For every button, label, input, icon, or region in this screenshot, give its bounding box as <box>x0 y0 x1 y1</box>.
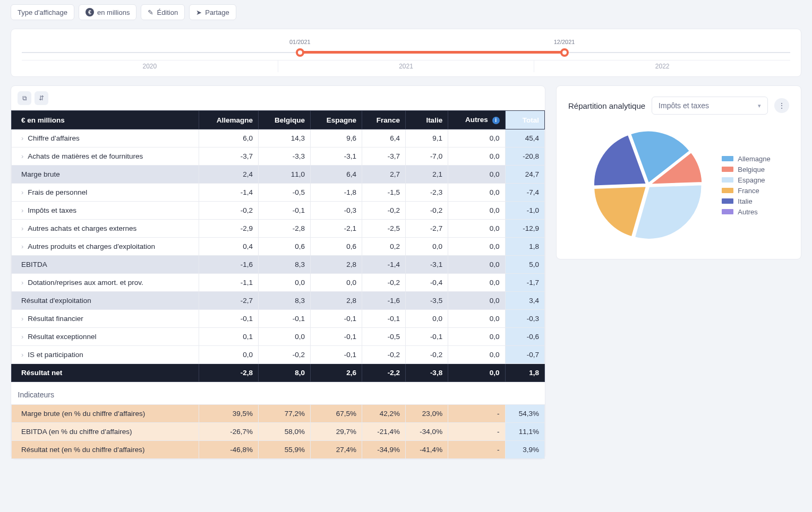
row-label[interactable]: IS et participation <box>12 346 199 364</box>
cell: 0,0 <box>448 256 505 274</box>
cell: -0,1 <box>259 310 311 328</box>
cell: 6,0 <box>199 129 258 147</box>
column-header[interactable]: Espagne <box>311 111 362 129</box>
cell: 55,9% <box>259 441 311 459</box>
column-header[interactable]: France <box>362 111 406 129</box>
cell: -0,1 <box>311 328 362 346</box>
table-row[interactable]: Impôts et taxes-0,2-0,1-0,3-0,2-0,20,0-1… <box>12 202 545 220</box>
cell: 2,1 <box>406 166 448 184</box>
cell: 0,0 <box>448 274 505 292</box>
sort-icon: ⇵ <box>39 94 44 102</box>
cell: 1,8 <box>505 238 544 256</box>
timeline-year[interactable]: 2021 <box>278 60 535 72</box>
table-row[interactable]: IS et participation0,0-0,2-0,1-0,2-0,20,… <box>12 346 545 364</box>
table-row[interactable]: Autres achats et charges externes-2,9-2,… <box>12 220 545 238</box>
table-row[interactable]: Achats de matières et de fournitures-3,7… <box>12 147 545 166</box>
table-row[interactable]: Résultat financier-0,1-0,1-0,1-0,10,00,0… <box>12 310 545 328</box>
cell: -1,1 <box>199 274 258 292</box>
cell: -0,1 <box>311 310 362 328</box>
cell: 1,8 <box>505 364 544 382</box>
copy-button[interactable]: ⧉ <box>18 91 31 105</box>
timeline-year[interactable]: 2020 <box>22 60 278 72</box>
chart-metric-select[interactable]: Impôts et taxes ▾ <box>652 97 768 115</box>
timeline-slider[interactable] <box>22 50 790 55</box>
cell: 0,0 <box>311 274 362 292</box>
sort-button[interactable]: ⇵ <box>35 91 48 105</box>
row-label[interactable]: Résultat exceptionnel <box>12 328 199 346</box>
legend-item[interactable]: Espagne <box>722 176 770 184</box>
cell: -0,2 <box>199 202 258 220</box>
legend-label: Allemagne <box>738 155 770 163</box>
table-row[interactable]: Frais de personnel-1,4-0,5-1,8-1,5-2,30,… <box>12 184 545 202</box>
cell: 0,1 <box>199 328 258 346</box>
legend-item[interactable]: Autres <box>722 208 770 216</box>
cell: 0,0 <box>448 220 505 238</box>
cell: -0,1 <box>362 310 406 328</box>
cell: 9,1 <box>406 129 448 147</box>
cell: 0,0 <box>199 346 258 364</box>
row-label[interactable]: Autres produits et charges d'exploitatio… <box>12 238 199 256</box>
cell: -0,1 <box>311 346 362 364</box>
row-label[interactable]: Frais de personnel <box>12 184 199 202</box>
timeline-end-label: 12/2021 <box>554 39 575 45</box>
cell: 0,0 <box>448 346 505 364</box>
legend-swatch <box>722 198 733 204</box>
column-header[interactable]: Italie <box>406 111 448 129</box>
cell: -1,0 <box>505 202 544 220</box>
cell: 6,4 <box>311 166 362 184</box>
edition-button[interactable]: ✎ Édition <box>141 4 185 20</box>
column-header[interactable]: Allemagne <box>199 111 258 129</box>
cell: -0,5 <box>259 184 311 202</box>
row-label[interactable]: Résultat financier <box>12 310 199 328</box>
table-row[interactable]: Dotation/reprises aux amort. et prov.-1,… <box>12 274 545 292</box>
display-type-button[interactable]: Type d'affichage <box>11 4 74 20</box>
column-header[interactable]: Belgique <box>259 111 311 129</box>
column-header[interactable]: Autres i <box>448 111 505 129</box>
cell: 39,5% <box>199 405 258 423</box>
row-label[interactable]: Chiffre d'affaires <box>12 129 199 147</box>
timeline-handle-start[interactable] <box>296 48 304 57</box>
table-row: Marge brute (en % du chiffre d'affaires)… <box>12 405 545 423</box>
share-button[interactable]: ➤ Partage <box>189 4 236 20</box>
legend-item[interactable]: Belgique <box>722 166 770 173</box>
chart-menu-button[interactable]: ⋮ <box>774 98 789 113</box>
row-label[interactable]: Achats de matières et de fournitures <box>12 147 199 166</box>
timeline-handle-end[interactable] <box>560 48 569 57</box>
cell: -0,7 <box>505 346 544 364</box>
legend-label: Italie <box>738 197 752 205</box>
cell: -0,4 <box>406 274 448 292</box>
cell: 9,6 <box>311 129 362 147</box>
cell: 0,0 <box>259 328 311 346</box>
legend-item[interactable]: France <box>722 187 770 195</box>
cell: -3,3 <box>259 147 311 166</box>
cell: - <box>448 405 505 423</box>
legend-item[interactable]: Italie <box>722 197 770 205</box>
cell: -0,2 <box>406 202 448 220</box>
cell: -3,7 <box>362 147 406 166</box>
legend-label: Espagne <box>738 176 765 184</box>
cell: -3,7 <box>199 147 258 166</box>
row-label[interactable]: Impôts et taxes <box>12 202 199 220</box>
cell: 0,0 <box>406 310 448 328</box>
cell: -1,8 <box>311 184 362 202</box>
cell: 27,4% <box>311 441 362 459</box>
cell: 54,3% <box>505 405 544 423</box>
unit-button[interactable]: € en millions <box>79 4 136 20</box>
timeline-year[interactable]: 2022 <box>534 60 790 72</box>
cell: 0,0 <box>448 328 505 346</box>
cell: 23,0% <box>406 405 448 423</box>
cell: -41,4% <box>406 441 448 459</box>
table-row[interactable]: Chiffre d'affaires6,014,39,66,49,10,045,… <box>12 129 545 147</box>
cell: -26,7% <box>199 423 258 441</box>
cell: -1,4 <box>362 256 406 274</box>
table-row: EBITDA (en % du chiffre d'affaires)-26,7… <box>12 423 545 441</box>
legend-item[interactable]: Allemagne <box>722 155 770 163</box>
column-header[interactable]: Total <box>505 111 544 129</box>
row-label[interactable]: Autres achats et charges externes <box>12 220 199 238</box>
info-icon[interactable]: i <box>492 117 500 124</box>
row-label[interactable]: Dotation/reprises aux amort. et prov. <box>12 274 199 292</box>
table-row[interactable]: Résultat exceptionnel0,10,0-0,1-0,5-0,10… <box>12 328 545 346</box>
table-body: Chiffre d'affaires6,014,39,66,49,10,045,… <box>12 129 545 459</box>
cell: 29,7% <box>311 423 362 441</box>
table-row[interactable]: Autres produits et charges d'exploitatio… <box>12 238 545 256</box>
